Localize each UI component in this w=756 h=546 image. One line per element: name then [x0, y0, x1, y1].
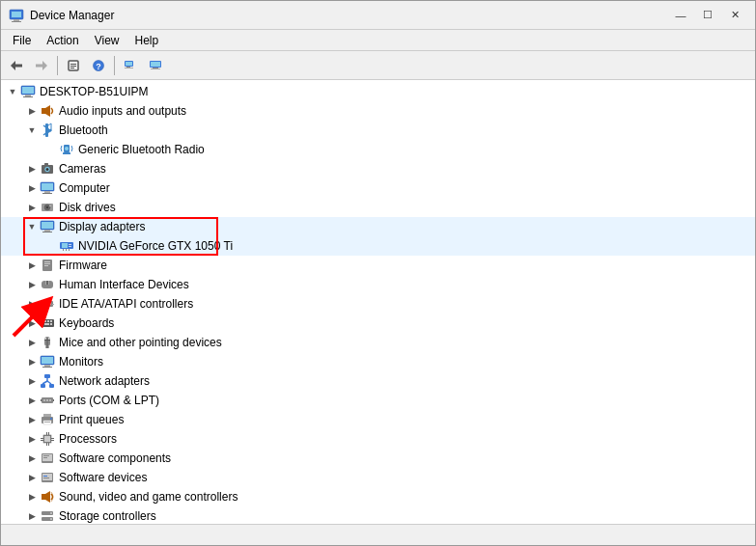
expand-processors[interactable]: ▶ [24, 431, 40, 447]
expand-bluetooth[interactable]: ▼ [24, 123, 40, 138]
icon-sound [40, 489, 55, 505]
svg-rect-119 [43, 457, 47, 458]
tree-item-computer[interactable]: ▶ Computer [1, 178, 755, 198]
svg-rect-7 [36, 64, 43, 67]
tree-item-bt-radio[interactable]: ▶ Generic Bluetooth Radio [1, 140, 755, 159]
expand-computer[interactable]: ▶ [24, 180, 40, 196]
tree-item-software-comp[interactable]: ▶ Software components [1, 449, 755, 468]
tree-item-display[interactable]: ▼ Display adapters [1, 217, 755, 236]
expand-software-comp[interactable]: ▶ [24, 450, 40, 466]
svg-rect-88 [42, 367, 52, 368]
menu-help[interactable]: Help [127, 32, 167, 49]
svg-rect-1 [12, 12, 21, 17]
svg-rect-123 [43, 478, 49, 478]
tree-item-hid[interactable]: ▶ Human Interface Devices [1, 275, 755, 294]
svg-rect-87 [44, 365, 50, 367]
expand-audio[interactable]: ▶ [24, 103, 40, 119]
svg-rect-104 [44, 422, 50, 423]
expand-mice[interactable]: ▶ [24, 335, 40, 350]
expand-root[interactable]: ▼ [5, 84, 20, 99]
svg-point-84 [45, 346, 49, 348]
icon-audio [40, 103, 55, 119]
tree-item-ide[interactable]: ▶ IDE ATA/ATAPI controllers [1, 294, 755, 314]
expand-storage[interactable]: ▶ [24, 508, 40, 524]
svg-point-128 [50, 512, 52, 514]
sound-label: Sound, video and game controllers [59, 490, 238, 504]
svg-rect-51 [44, 230, 50, 232]
menu-action[interactable]: Action [39, 32, 86, 49]
help-button[interactable]: ? [87, 54, 110, 77]
svg-rect-77 [44, 323, 49, 325]
app-icon [9, 8, 24, 23]
svg-marker-125 [45, 491, 50, 503]
expand-hid[interactable]: ▶ [24, 277, 40, 292]
forward-button[interactable] [30, 54, 53, 77]
tree-item-ports[interactable]: ▶ Ports (COM & LPT) [1, 391, 755, 410]
svg-rect-66 [46, 281, 48, 285]
tree-item-audio[interactable]: ▶ Audio inputs and outputs [1, 101, 755, 121]
tree-item-cameras[interactable]: ▶ Cameras [1, 159, 755, 178]
expand-display[interactable]: ▼ [24, 219, 40, 234]
expand-ide[interactable]: ▶ [24, 296, 40, 312]
audio-label: Audio inputs and outputs [59, 104, 186, 118]
svg-rect-113 [41, 440, 43, 441]
expand-software-dev[interactable]: ▶ [24, 470, 40, 485]
expand-ports[interactable]: ▶ [24, 393, 40, 408]
tree-item-print[interactable]: ▶ Print queues [1, 410, 755, 429]
tree-item-bluetooth[interactable]: ▼ Bluetooth [1, 121, 755, 140]
svg-rect-42 [42, 183, 53, 190]
svg-rect-109 [48, 432, 49, 435]
expand-print[interactable]: ▶ [24, 412, 40, 427]
svg-rect-115 [51, 440, 54, 441]
svg-rect-102 [43, 414, 51, 417]
firmware-label: Firmware [59, 259, 107, 272]
tree-item-monitors[interactable]: ▶ Monitors [1, 352, 755, 371]
svg-rect-114 [51, 438, 54, 439]
expand-nvidia: ▶ [43, 238, 59, 254]
bt-radio-label: Generic Bluetooth Radio [78, 143, 205, 156]
status-bar [1, 524, 755, 545]
tree-item-firmware[interactable]: ▶ Firmware [1, 256, 755, 275]
display-adapters-group: ▼ Display adapters ▶ [1, 217, 755, 256]
svg-rect-82 [48, 338, 51, 340]
view1-button[interactable] [119, 54, 142, 77]
expand-network[interactable]: ▶ [24, 373, 40, 389]
tree-item-disk[interactable]: ▶ Disk drives [1, 198, 755, 217]
properties-button[interactable] [62, 54, 85, 77]
view2-button[interactable] [144, 54, 167, 77]
tree-item-nvidia[interactable]: ▶ NVIDIA GeForce GTX 1050 Ti [1, 236, 755, 256]
tree-item-processors[interactable]: ▶ Processors [1, 429, 755, 449]
tree-item-mice[interactable]: ▶ Mice and other pointing devices [1, 333, 755, 352]
svg-rect-118 [43, 455, 49, 456]
tree-item-software-dev[interactable]: ▶ Software devices [1, 468, 755, 487]
icon-software-dev [40, 470, 55, 485]
back-button[interactable] [5, 54, 28, 77]
svg-rect-121 [42, 474, 52, 480]
expand-disk[interactable]: ▶ [24, 200, 40, 215]
expand-bt-radio: ▶ [43, 142, 59, 157]
hid-label: Human Interface Devices [59, 278, 189, 291]
svg-rect-69 [41, 304, 42, 305]
tree-item-root[interactable]: ▼ DESKTOP-B51UIPM [1, 82, 755, 101]
device-tree[interactable]: ▼ DESKTOP-B51UIPM ▶ Audio [1, 80, 755, 524]
expand-sound[interactable]: ▶ [24, 489, 40, 505]
maximize-button[interactable]: ☐ [695, 6, 720, 25]
menu-view[interactable]: View [87, 32, 127, 49]
expand-firmware[interactable]: ▶ [24, 258, 40, 273]
menu-file[interactable]: File [5, 32, 39, 49]
monitors-label: Monitors [59, 355, 103, 369]
close-button[interactable]: ✕ [722, 6, 747, 25]
svg-rect-70 [52, 304, 54, 305]
svg-rect-111 [48, 443, 49, 446]
tree-item-network[interactable]: ▶ Network adapters [1, 371, 755, 391]
expand-monitors[interactable]: ▶ [24, 354, 40, 369]
svg-rect-52 [42, 232, 52, 232]
icon-bluetooth [40, 123, 55, 138]
svg-rect-59 [69, 249, 70, 251]
minimize-button[interactable]: — [668, 6, 693, 25]
expand-keyboards[interactable]: ▶ [24, 315, 40, 331]
tree-item-storage[interactable]: ▶ Storage controllers [1, 506, 755, 524]
expand-cameras[interactable]: ▶ [24, 161, 40, 177]
tree-item-sound[interactable]: ▶ Sound, video and game controllers [1, 487, 755, 506]
tree-item-keyboards[interactable]: ▶ Keyboards [1, 314, 755, 333]
